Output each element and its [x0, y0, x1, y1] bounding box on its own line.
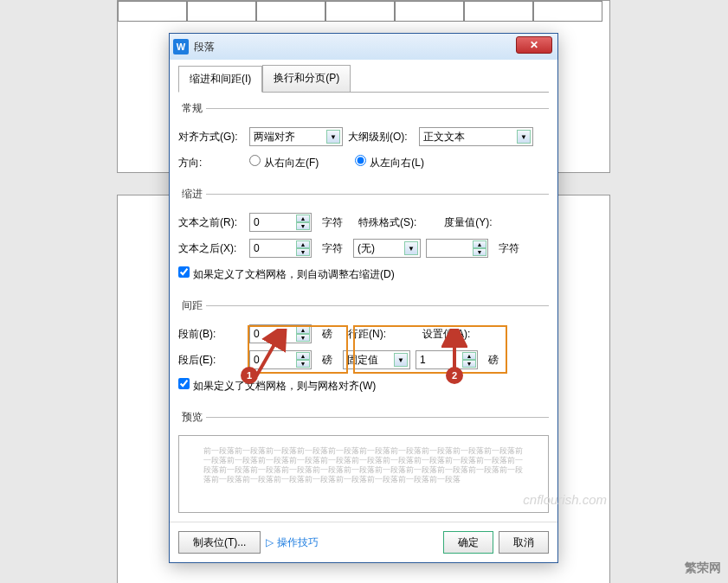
unit-label: 磅	[488, 353, 499, 368]
play-icon: ▷	[266, 536, 274, 548]
table-cell	[118, 1, 187, 22]
space-before-label: 段前(B):	[178, 327, 244, 342]
alignment-label: 对齐方式(G):	[178, 130, 244, 144]
table-cell	[464, 1, 533, 22]
space-before-spinner[interactable]: ▲▼	[249, 324, 312, 343]
chevron-down-icon: ▼	[517, 130, 531, 144]
spacing-fieldset: 间距 段前(B): ▲▼ 磅 行距(N): 设置值(A): 段后(E): ▲▼ …	[178, 298, 549, 401]
indent-legend: 缩进	[178, 187, 206, 202]
outline-select[interactable]: 正文文本▼	[419, 127, 533, 146]
snap-grid-checkbox[interactable]: 如果定义了文档网格，则与网格对齐(W)	[178, 378, 376, 394]
table-cell	[187, 1, 256, 22]
outline-label: 大纲级别(O):	[348, 130, 414, 144]
table-cell	[325, 1, 395, 22]
tabstops-button[interactable]: 制表位(T)...	[178, 531, 261, 554]
auto-indent-checkbox[interactable]: 如果定义了文档网格，则自动调整右缩进(D)	[178, 266, 395, 282]
special-format-select[interactable]: (无)▼	[353, 239, 421, 258]
cancel-button[interactable]: 取消	[499, 531, 549, 554]
general-legend: 常规	[178, 101, 206, 116]
special-label: 特殊格式(S):	[358, 215, 416, 230]
table-cell	[395, 1, 464, 22]
wps-icon: W	[173, 39, 189, 54]
chevron-down-icon: ▼	[404, 241, 418, 255]
indent-before-spinner[interactable]: ▲▼	[249, 213, 312, 232]
ok-button[interactable]: 确定	[443, 531, 493, 554]
line-spacing-label: 行距(N):	[348, 327, 386, 342]
annotation-badge-2: 2	[446, 367, 463, 384]
close-button[interactable]: ✕	[516, 36, 552, 54]
indent-fieldset: 缩进 文本之前(R): ▲▼ 字符 特殊格式(S): 度量值(Y): 文本之后(…	[178, 187, 549, 290]
unit-label: 字符	[499, 241, 519, 256]
watermark-url: cnflourish.com	[523, 492, 607, 507]
unit-label: 字符	[322, 215, 343, 230]
direction-label: 方向:	[178, 156, 244, 170]
dialog-footer: 制表位(T)... ▷操作技巧 确定 取消	[170, 522, 557, 562]
alignment-select[interactable]: 两端对齐▼	[249, 127, 343, 146]
annotation-badge-1: 1	[241, 367, 258, 384]
table-cell	[256, 1, 325, 22]
unit-label: 磅	[322, 327, 332, 342]
measure-label: 度量值(Y):	[444, 215, 492, 230]
space-after-spinner[interactable]: ▲▼	[249, 350, 312, 369]
chevron-down-icon: ▼	[326, 130, 340, 144]
unit-label: 字符	[322, 241, 343, 256]
set-value-spinner[interactable]: ▲▼	[416, 350, 478, 369]
measure-spinner[interactable]: ▲▼	[426, 239, 488, 258]
indent-after-spinner[interactable]: ▲▼	[249, 239, 312, 258]
line-spacing-select[interactable]: 固定值▼	[343, 350, 410, 369]
chevron-down-icon: ▼	[394, 353, 408, 367]
titlebar: W 段落 ✕	[170, 34, 557, 60]
tips-link[interactable]: ▷操作技巧	[266, 535, 319, 550]
table-cell	[533, 1, 602, 22]
spacing-legend: 间距	[178, 298, 206, 313]
tabs: 缩进和间距(I) 换行和分页(P)	[178, 65, 549, 93]
tab-line-page-break[interactable]: 换行和分页(P)	[262, 65, 351, 92]
preview-legend: 预览	[178, 410, 206, 425]
dialog-title: 段落	[194, 40, 215, 54]
space-after-label: 段后(E):	[178, 353, 244, 368]
preview-fieldset: 预览 前一段落前一段落前一段落前一段落前一段落前一段落前一段落前一段落前一段落前…	[178, 410, 549, 513]
watermark-text: 繁荣网	[685, 561, 721, 576]
tab-indent-spacing[interactable]: 缩进和间距(I)	[178, 66, 262, 93]
set-value-label: 设置值(A):	[422, 327, 470, 342]
preview-box: 前一段落前一段落前一段落前一段落前一段落前一段落前一段落前一段落前一段落前一段落…	[178, 435, 549, 513]
rtl-radio[interactable]: 从右向左(F)	[249, 155, 319, 170]
ltr-radio[interactable]: 从左向右(L)	[355, 155, 424, 170]
paragraph-dialog: W 段落 ✕ 缩进和间距(I) 换行和分页(P) 常规 对齐方式(G): 两端对…	[169, 33, 558, 563]
indent-before-label: 文本之前(R):	[178, 215, 244, 230]
unit-label: 磅	[322, 353, 332, 368]
indent-after-label: 文本之后(X):	[178, 241, 244, 256]
general-fieldset: 常规 对齐方式(G): 两端对齐▼ 大纲级别(O): 正文文本▼ 方向: 从右向…	[178, 101, 549, 178]
